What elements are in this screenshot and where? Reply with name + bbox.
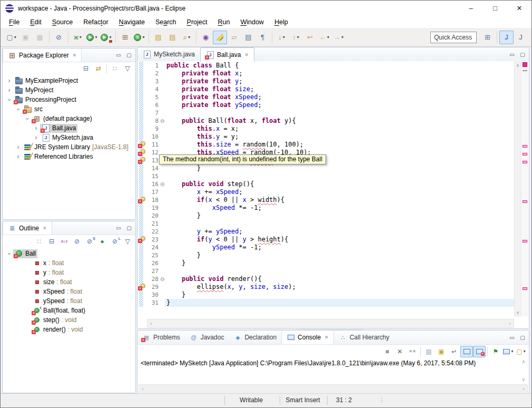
package-explorer-item[interactable]: ›Referenced Libraries: [3, 152, 135, 161]
maximize-icon[interactable]: ▢: [517, 52, 528, 57]
package-explorer-item[interactable]: ›JMySketch.java: [3, 133, 135, 142]
menu-file[interactable]: File: [4, 18, 25, 26]
close-icon[interactable]: ✕: [43, 226, 47, 231]
save-icon[interactable]: ▣: [18, 31, 33, 44]
code-line-3[interactable]: 3 private float y;: [137, 77, 514, 85]
hide-static-members-icon[interactable]: ⊘S: [83, 236, 96, 247]
menu-source[interactable]: Source: [47, 18, 78, 26]
dropdown-icon[interactable]: ▾: [511, 349, 513, 354]
sort-icon[interactable]: a↓z: [58, 236, 71, 247]
code-line-5[interactable]: 5 private float xSpeed;: [137, 93, 514, 101]
editor-horizontal-scrollbar[interactable]: ‹ ›: [147, 319, 514, 328]
show-console-on-error-icon[interactable]: [473, 346, 486, 357]
expander-icon[interactable]: ›: [5, 86, 13, 94]
expander-icon[interactable]: ›: [5, 96, 13, 104]
dropdown-icon[interactable]: ▾: [80, 35, 82, 40]
editor-tab-ball-java[interactable]: J✕Ball.java✕: [200, 47, 254, 62]
tab-console[interactable]: Console✕: [281, 331, 334, 344]
expander-icon[interactable]: ›: [5, 250, 13, 258]
open-perspective-icon[interactable]: ⊞: [480, 31, 495, 44]
package-explorer-item[interactable]: ›JRE System Library [JavaSE-1.8]: [3, 142, 135, 152]
tab-call-hierarchy[interactable]: ∴Call Hierarchy: [334, 331, 394, 344]
package-explorer-item[interactable]: ›✕src: [3, 104, 135, 114]
scroll-up-icon[interactable]: ∧: [520, 358, 527, 365]
minimize-icon[interactable]: ▭: [113, 225, 124, 231]
code-line-7[interactable]: 7: [137, 109, 514, 117]
code-line-26[interactable]: 26 }: [137, 259, 514, 267]
code-line-28[interactable]: 28⊖ public void render(){: [137, 275, 514, 283]
code-line-19[interactable]: 19 xSpeed *= -1;: [137, 204, 514, 212]
pin-console-icon[interactable]: ⚑: [489, 346, 502, 357]
expander-icon[interactable]: ›: [32, 124, 40, 132]
expander-icon[interactable]: ›: [23, 115, 31, 123]
code-line-31[interactable]: 31}: [137, 299, 514, 307]
skip-all-breakpoints-icon[interactable]: ⊘: [52, 31, 66, 44]
code-line-27[interactable]: 27: [137, 267, 514, 275]
scroll-down-icon[interactable]: ∨: [520, 376, 527, 383]
scroll-left-icon[interactable]: ‹: [147, 319, 155, 327]
console-vertical-scrollbar[interactable]: ∧ ∨: [520, 358, 527, 383]
expander-icon[interactable]: ›: [32, 134, 40, 142]
hide-fields-icon[interactable]: ⊘: [71, 236, 83, 247]
maximize-icon[interactable]: ▢: [124, 225, 134, 231]
code-line-2[interactable]: 2 private float x;: [137, 70, 514, 77]
code-line-30[interactable]: 30 }: [137, 291, 514, 299]
last-edit-location-icon[interactable]: ▤: [241, 31, 255, 44]
open-console-icon[interactable]: ▢▾: [515, 346, 527, 357]
code-line-9[interactable]: 9 this.x = x;: [137, 125, 514, 133]
menu-window[interactable]: Window: [235, 18, 269, 26]
show-console-on-output-icon[interactable]: [460, 346, 473, 357]
display-selected-console-icon[interactable]: ▾: [502, 346, 515, 357]
code-line-6[interactable]: 6 private float ySpeed;: [137, 101, 514, 109]
package-explorer-item[interactable]: ›✕ProcessingProject: [3, 95, 135, 104]
fold-collapse-icon[interactable]: ⊖: [160, 180, 164, 188]
code-line-8[interactable]: 8⊖ public Ball(float x, float y){: [137, 117, 514, 125]
outline-item[interactable]: xSpeed : float: [3, 287, 135, 296]
open-task-icon[interactable]: ◉: [199, 31, 213, 44]
code-line-14[interactable]: 14 }: [137, 164, 514, 172]
dropdown-icon[interactable]: ▾: [524, 349, 526, 354]
code-line-17[interactable]: 17 x += xSpeed;: [137, 188, 514, 196]
menu-edit[interactable]: Edit: [25, 18, 47, 26]
overview-error-mark[interactable]: [523, 153, 527, 156]
code-line-24[interactable]: 24 ySpeed *= -1;: [137, 244, 514, 251]
dropdown-icon[interactable]: ▾: [14, 35, 16, 40]
dropdown-icon[interactable]: ▾: [283, 35, 285, 40]
dropdown-icon[interactable]: ▾: [188, 35, 190, 40]
run-external-tools-icon[interactable]: ▶▾: [99, 31, 113, 44]
fold-collapse-icon[interactable]: ⊖: [160, 275, 164, 283]
link-with-editor-icon[interactable]: ⇄: [92, 63, 105, 74]
dropdown-icon[interactable]: ▾: [109, 35, 111, 40]
dropdown-icon[interactable]: ▾: [297, 35, 299, 40]
menu-navigate[interactable]: Navigate: [114, 18, 150, 26]
outline-item[interactable]: ›✕Ball: [3, 249, 135, 258]
menu-project[interactable]: Project: [182, 18, 213, 26]
expander-icon[interactable]: ›: [14, 153, 22, 161]
code-lines[interactable]: 1public class Ball {2 private float x;3 …: [137, 61, 514, 317]
code-line-20[interactable]: 20 }: [137, 212, 514, 220]
close-icon[interactable]: ✕: [244, 52, 249, 57]
code-line-22[interactable]: 22 y += ySpeed;: [137, 228, 514, 236]
expander-icon[interactable]: ›: [14, 143, 22, 151]
scroll-up-icon[interactable]: ∧: [515, 62, 521, 69]
next-edit-icon[interactable]: ▱: [227, 31, 241, 44]
maximize-icon[interactable]: ▢: [124, 52, 134, 58]
package-explorer-item[interactable]: ›J✕Ball.java: [3, 123, 135, 133]
focus-on-active-task-icon[interactable]: ∷: [33, 236, 45, 247]
dropdown-icon[interactable]: ▾: [142, 35, 144, 40]
debug-icon[interactable]: ж▾: [71, 31, 85, 44]
open-type-icon[interactable]: ▤: [151, 31, 165, 44]
tab-javadoc[interactable]: @Javadoc: [185, 331, 229, 344]
back-icon[interactable]: ←▾: [317, 31, 331, 44]
tab-outline[interactable]: ≣ Outline ✕: [3, 221, 52, 235]
editor-body[interactable]: 1public class Ball {2 private float x;3 …: [137, 61, 529, 328]
focus-on-active-task-icon[interactable]: ∷: [109, 63, 121, 74]
code-line-25[interactable]: 25 }: [137, 251, 514, 259]
menu-search[interactable]: Search: [150, 18, 182, 26]
save-all-icon[interactable]: ▩: [33, 31, 47, 44]
search-icon[interactable]: ⌕▾: [180, 31, 194, 44]
outline-item[interactable]: size : float: [3, 277, 135, 287]
code-line-29[interactable]: ✕29 ellipse(x, y, size, size);: [137, 283, 514, 291]
tab-problems[interactable]: ▦✕Problems: [137, 331, 185, 344]
overview-error-mark[interactable]: [523, 161, 527, 163]
